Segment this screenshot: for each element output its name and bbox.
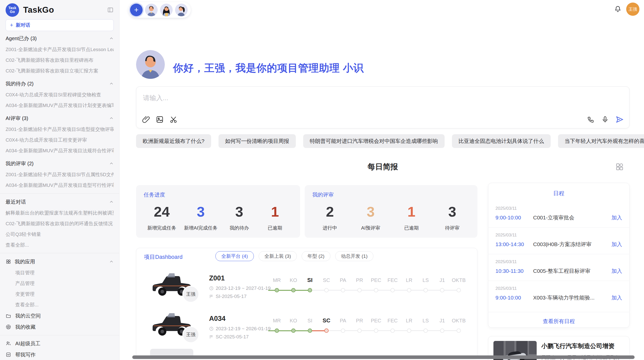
sidebar-item-help-me-write[interactable]: 帮我写作 [6, 349, 114, 360]
session-avatar-2[interactable] [160, 4, 173, 16]
view-all-chats[interactable]: 查看全部... [6, 240, 114, 250]
milestone-dot-overdue[interactable] [324, 328, 329, 333]
schedule-event-title: C003|H0B-方案冻结评审 [533, 241, 611, 248]
project-name[interactable]: A034 [209, 315, 226, 323]
session-avatar-3[interactable] [175, 4, 188, 16]
milestone-dot[interactable] [308, 328, 312, 333]
view-all-schedule-link[interactable]: 查看所有日程 [488, 312, 629, 325]
sidebar-item[interactable]: C0X4-动力总成开发项目工程变更评审 [6, 135, 114, 145]
milestone-dot[interactable] [423, 288, 428, 292]
sidebar-item-change-mgmt[interactable]: 变更管理 [6, 289, 114, 299]
sidebar-item[interactable]: A034-全新新能源MUV产品开发项目法规符合性评审 [6, 145, 114, 156]
user-avatar[interactable]: 王强 [626, 3, 639, 16]
view-all-apps[interactable]: 查看全部... [6, 299, 114, 310]
sidebar-item[interactable]: C02-飞腾新能源轻客改款项目立项汇报方案 [6, 66, 114, 76]
sidebar-item[interactable]: A034-全新新能源MUV产品开发项目计划变更表编写 [6, 100, 114, 111]
milestone-dot[interactable] [291, 328, 296, 333]
taskgo-app: Task Go TaskGo + 新对话 Agent已办 (3) Z001-全新… [0, 0, 644, 360]
schedule-event-title: C005-整车工程目标评审 [533, 267, 611, 275]
milestone-dot[interactable] [275, 328, 279, 333]
scissors-icon[interactable] [169, 115, 178, 124]
suggestion-chip[interactable]: 特朗普可能对进口汽车增税会对中国车企造成哪些影响 [303, 134, 445, 148]
milestone-label: J1 [440, 277, 445, 284]
milestone-dot[interactable] [291, 288, 296, 292]
session-avatar-1[interactable] [145, 4, 158, 16]
milestone-dot[interactable] [457, 328, 461, 333]
milestone-dot[interactable] [275, 288, 279, 292]
filter-new-body[interactable]: 全新上装 (3) [259, 251, 297, 261]
milestone-dot[interactable] [390, 328, 395, 333]
sidebar-item[interactable]: Z001-全新燃油皮卡产品开发项目SI节点Lesson Learn报告 [6, 44, 114, 55]
brief-layout-icon[interactable] [615, 162, 624, 171]
sidebar-item-ai-super-staff[interactable]: AI超级员工 [6, 338, 114, 349]
sidebar-group-ai-review[interactable]: AI评审 (3) [6, 112, 114, 124]
milestone-dot[interactable] [341, 328, 345, 333]
join-link[interactable]: 加入 [611, 241, 622, 248]
join-link[interactable]: 加入 [611, 294, 622, 301]
collapse-sidebar-icon[interactable] [107, 7, 114, 13]
suggestion-chip[interactable]: 如何写一份清晰的项目周报 [218, 134, 296, 148]
filter-model-year[interactable]: 年型 (2) [302, 251, 330, 261]
sidebar-item[interactable]: C0X4-动力总成开发项目SI里程碑提交物检查 [6, 89, 114, 100]
recent-chat-item[interactable]: C02-飞腾新能源轻客改款项目的闭环通告反馈情况 [6, 218, 114, 229]
milestone-dot[interactable] [324, 288, 329, 292]
divider [0, 335, 119, 335]
daily-brief-title: 每日简报 [136, 162, 630, 172]
chat-input[interactable] [142, 94, 525, 102]
milestone-label: PA [340, 317, 346, 324]
recent-chat-item[interactable]: 公司Q3轻卡销量 [6, 229, 114, 240]
milestone-dot[interactable] [357, 288, 362, 292]
new-chat-label: 新对话 [16, 22, 30, 28]
join-link[interactable]: 加入 [611, 214, 622, 221]
new-chat-button[interactable]: + 新对话 [6, 19, 114, 31]
sidebar-group-recent-chats[interactable]: 最近对话 [6, 196, 114, 208]
suggestion-chip[interactable]: 比亚迪全固态电池计划具体说了什么 [452, 134, 551, 148]
attachment-icon[interactable] [142, 115, 150, 124]
group-title: 我的待办 (2) [6, 80, 34, 87]
milestone-dot[interactable] [423, 328, 428, 333]
milestone-dot[interactable] [341, 288, 345, 292]
news-title: 小鹏飞行汽车制造公司增资 [541, 342, 614, 350]
filter-powertrain[interactable]: 动总开发 (1) [335, 251, 374, 261]
suggestion-chip[interactable]: 欧洲新规最近颁布了什么? [136, 134, 211, 148]
sidebar-item-favorites[interactable]: 我的收藏 [6, 321, 114, 333]
sidebar-item-cloud-space[interactable]: 我的云空间 [6, 310, 114, 321]
milestone-dot[interactable] [390, 288, 395, 292]
milestone-dot[interactable] [308, 288, 312, 292]
sidebar-item[interactable]: Z001-全新燃油轻卡产品开发项目SI节点属性5D文件评审 [6, 169, 114, 180]
sidebar-item-project-mgmt[interactable]: 项目管理 [6, 267, 114, 278]
project-dates: 2023-12-19 ~ 2027-01-19 [209, 286, 271, 291]
schedule-event-title: C001-立项审批会 [533, 214, 611, 221]
add-session-button[interactable]: + [130, 4, 143, 16]
sidebar-group-my-review[interactable]: 我的评审 (2) [6, 158, 114, 169]
sidebar-item-product-mgmt[interactable]: 产品管理 [6, 278, 114, 289]
sidebar-group-my-todo[interactable]: 我的待办 (2) [6, 78, 114, 89]
my-apps-label: 我的应用 [15, 258, 35, 265]
milestone-dot[interactable] [407, 288, 411, 292]
phone-icon[interactable] [587, 116, 595, 123]
sidebar-item[interactable]: Z001-全新燃油轻卡产品开发项目SI造型提交物评审 [6, 124, 114, 135]
send-icon[interactable] [616, 115, 624, 124]
milestone-dot[interactable] [374, 288, 378, 292]
milestone-dot[interactable] [374, 328, 378, 333]
sidebar-item[interactable]: A034-全新新能源MUV产品开发项目造型可行性评审 [6, 180, 114, 191]
milestone-dot[interactable] [457, 288, 461, 292]
microphone-icon[interactable] [601, 116, 609, 123]
project-flag-date: SC-2025-05-17 [209, 334, 249, 340]
suggestion-chip[interactable]: 当下年轻人对汽车外观有怎样的喜好趋势 [558, 134, 644, 148]
milestone-dot[interactable] [440, 288, 444, 292]
join-link[interactable]: 加入 [611, 267, 622, 275]
recent-chat-item[interactable]: 解释最新出台的欧盟报废车法规再生塑料比例被调至15%... [6, 208, 114, 218]
sidebar-item[interactable]: C02-飞腾新能源轻客改款项目里程碑画布 [6, 55, 114, 66]
notifications-bell-icon[interactable] [614, 5, 622, 13]
milestone-dot[interactable] [440, 328, 444, 333]
filter-new-platform[interactable]: 全新平台 (4) [215, 251, 254, 261]
milestone-dot[interactable] [407, 328, 411, 333]
project-name[interactable]: Z001 [209, 274, 225, 282]
milestone-dot[interactable] [357, 328, 362, 333]
horizontal-scrollbar[interactable] [132, 355, 635, 359]
sidebar-item-my-apps[interactable]: 我的应用 [6, 256, 114, 267]
stat-in-progress: 2 进行中 [316, 204, 344, 231]
image-icon[interactable] [156, 115, 164, 124]
sidebar-group-agent-done[interactable]: Agent已办 (3) [6, 33, 114, 44]
